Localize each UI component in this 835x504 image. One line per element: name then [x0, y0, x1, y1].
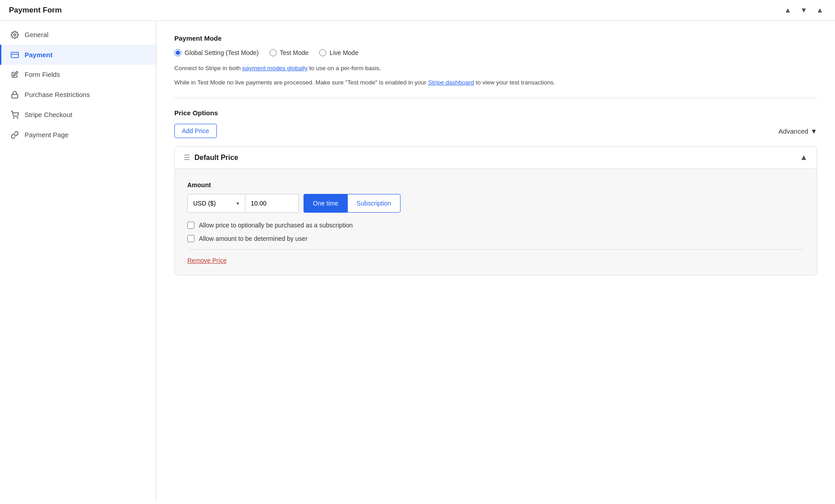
- sidebar-item-stripe-checkout-label: Stripe Checkout: [25, 111, 72, 118]
- sidebar-item-payment[interactable]: Payment: [0, 45, 156, 65]
- checkbox-subscription: Allow price to optionally be purchased a…: [187, 222, 804, 229]
- top-bar: Payment Form ▲ ▼ ▲: [0, 0, 835, 21]
- price-options-section: Price Options Add Price Advanced ▼ ☰ Def…: [174, 109, 817, 275]
- info-text-2: While in Test Mode no live payments are …: [174, 78, 817, 88]
- sidebar-item-payment-label: Payment: [25, 51, 53, 59]
- svg-rect-1: [11, 52, 19, 58]
- credit-card-icon: [10, 50, 19, 59]
- subscription-checkbox-label[interactable]: Allow price to optionally be purchased a…: [199, 222, 353, 229]
- arrow-up-button[interactable]: ▲: [814, 4, 826, 16]
- section-divider: [174, 98, 817, 98]
- amount-row: USD ($) One time Subscription: [187, 194, 804, 213]
- form-icon: [10, 71, 19, 79]
- sidebar-item-purchase-restrictions[interactable]: Purchase Restrictions: [0, 84, 156, 105]
- sidebar-item-purchase-restrictions-label: Purchase Restrictions: [25, 91, 90, 98]
- price-card-body: Amount USD ($) One time Subscription: [175, 169, 817, 275]
- layout: General Payment Form Fields: [0, 21, 835, 501]
- radio-global-setting-label: Global Setting (Test Mode): [185, 49, 259, 56]
- sidebar-item-payment-page-label: Payment Page: [25, 131, 68, 139]
- svg-rect-3: [12, 94, 18, 98]
- radio-live-mode-input[interactable]: [319, 49, 326, 56]
- payment-mode-title: Payment Mode: [174, 34, 817, 42]
- currency-select[interactable]: USD ($): [187, 194, 245, 213]
- info-text-1: Connect to Stripe in both payment modes …: [174, 63, 817, 73]
- payment-modes-globally-link[interactable]: payment modes globally: [242, 65, 308, 71]
- price-options-title: Price Options: [174, 109, 817, 117]
- radio-live-mode[interactable]: Live Mode: [319, 49, 358, 56]
- sidebar-item-form-fields-label: Form Fields: [25, 71, 60, 78]
- sidebar: General Payment Form Fields: [0, 21, 156, 501]
- subscription-checkbox[interactable]: [187, 222, 194, 229]
- currency-select-wrapper: USD ($): [187, 194, 245, 213]
- radio-test-mode[interactable]: Test Mode: [270, 49, 309, 56]
- amount-input[interactable]: [245, 194, 299, 213]
- remove-price-button[interactable]: Remove Price: [187, 257, 227, 264]
- radio-global-setting-input[interactable]: [174, 49, 181, 56]
- collapse-button[interactable]: ▲: [800, 153, 808, 162]
- sidebar-item-general[interactable]: General: [0, 25, 156, 45]
- drag-handle-icon[interactable]: ☰: [184, 153, 190, 162]
- chevron-up-button[interactable]: ▲: [781, 4, 794, 16]
- payment-mode-options: Global Setting (Test Mode) Test Mode Liv…: [174, 49, 817, 56]
- one-time-button[interactable]: One time: [304, 194, 347, 213]
- checkbox-user-amount: Allow amount to be determined by user: [187, 235, 804, 242]
- card-divider: [187, 249, 804, 250]
- top-bar-controls: ▲ ▼ ▲: [781, 4, 826, 16]
- sidebar-item-form-fields[interactable]: Form Fields: [0, 65, 156, 85]
- user-amount-checkbox-label[interactable]: Allow amount to be determined by user: [199, 235, 308, 242]
- radio-global-setting[interactable]: Global Setting (Test Mode): [174, 49, 259, 56]
- add-price-button[interactable]: Add Price: [174, 124, 217, 138]
- amount-label: Amount: [187, 181, 804, 189]
- sidebar-item-payment-page[interactable]: Payment Page: [0, 125, 156, 145]
- page-title: Payment Form: [9, 6, 62, 15]
- default-price-card: ☰ Default Price ▲ Amount USD ($) One tim…: [174, 146, 817, 275]
- chevron-down-icon: ▼: [810, 127, 817, 135]
- svg-point-4: [13, 118, 14, 118]
- main-content: Payment Mode Global Setting (Test Mode) …: [156, 21, 835, 501]
- stripe-dashboard-link[interactable]: Stripe dashboard: [428, 79, 474, 86]
- link-icon: [10, 130, 19, 139]
- price-card-header: ☰ Default Price ▲: [175, 147, 817, 169]
- svg-point-5: [17, 118, 18, 118]
- subscription-button[interactable]: Subscription: [347, 194, 401, 213]
- sidebar-item-stripe-checkout[interactable]: Stripe Checkout: [0, 105, 156, 125]
- chevron-down-button[interactable]: ▼: [797, 4, 810, 16]
- user-amount-checkbox[interactable]: [187, 235, 194, 242]
- advanced-button[interactable]: Advanced ▼: [778, 127, 817, 135]
- sidebar-item-general-label: General: [25, 31, 48, 38]
- radio-live-mode-label: Live Mode: [329, 49, 358, 56]
- radio-test-mode-input[interactable]: [270, 49, 277, 56]
- price-options-header: Add Price Advanced ▼: [174, 124, 817, 138]
- gear-icon: [10, 30, 19, 39]
- cart-icon: [10, 110, 19, 119]
- radio-test-mode-label: Test Mode: [280, 49, 309, 56]
- payment-type-group: One time Subscription: [304, 194, 401, 213]
- price-card-header-left: ☰ Default Price: [184, 153, 238, 162]
- lock-icon: [10, 90, 19, 99]
- default-price-title: Default Price: [194, 154, 238, 162]
- payment-mode-section: Payment Mode Global Setting (Test Mode) …: [174, 34, 817, 87]
- svg-point-0: [14, 34, 16, 36]
